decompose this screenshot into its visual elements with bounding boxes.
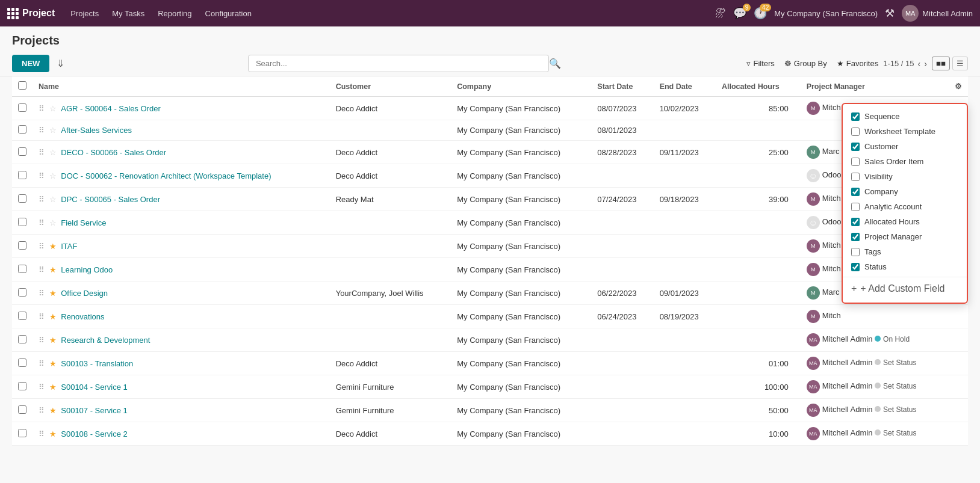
menu-reporting[interactable]: Reporting	[152, 7, 197, 20]
row-select-checkbox[interactable]	[18, 405, 26, 414]
chat-icon[interactable]: 💬 9	[733, 7, 746, 20]
project-name-link[interactable]: DECO - S00066 - Sales Order	[61, 148, 166, 157]
drag-handle[interactable]: ⠿	[39, 104, 45, 113]
project-name-link[interactable]: DOC - S00062 - Renovation Architect (Wor…	[61, 171, 271, 180]
project-name-link[interactable]: Learning Odoo	[61, 265, 113, 274]
project-name-link[interactable]: Research & Development	[61, 336, 150, 345]
activity-icon[interactable]: ⛈	[715, 7, 726, 20]
project-name-link[interactable]: S00103 - Translation	[61, 359, 133, 368]
row-select-checkbox[interactable]	[18, 358, 26, 367]
menu-configuration[interactable]: Configuration	[199, 7, 258, 20]
col-end-date[interactable]: End Date	[654, 76, 716, 97]
download-button[interactable]: ⇓	[54, 55, 67, 72]
list-view-button[interactable]: ☰	[952, 57, 968, 70]
favorite-star[interactable]: ★	[49, 429, 57, 438]
project-name-link[interactable]: S00107 - Service 1	[61, 406, 128, 415]
drag-handle[interactable]: ⠿	[39, 265, 45, 274]
drag-handle[interactable]: ⠿	[39, 429, 45, 438]
search-button[interactable]: 🔍	[549, 55, 561, 72]
row-select-checkbox[interactable]	[18, 429, 26, 437]
col-project-manager[interactable]: Project Manager	[801, 76, 949, 97]
favorite-star[interactable]: ★	[49, 289, 57, 298]
col-company[interactable]: Company	[451, 76, 591, 97]
drag-handle[interactable]: ⠿	[39, 289, 45, 298]
favorite-star[interactable]: ☆	[49, 148, 57, 157]
drag-handle[interactable]: ⠿	[39, 148, 45, 157]
favorite-star[interactable]: ☆	[49, 218, 57, 227]
favorite-star[interactable]: ★	[49, 406, 57, 415]
column-toggle-checkbox[interactable]	[851, 158, 860, 166]
project-name-link[interactable]: After-Sales Services	[61, 126, 132, 135]
drag-handle[interactable]: ⠿	[39, 406, 45, 415]
row-select-checkbox[interactable]	[18, 103, 26, 112]
next-page-button[interactable]: ›	[924, 59, 927, 69]
prev-page-button[interactable]: ‹	[918, 59, 921, 69]
row-select-checkbox[interactable]	[18, 194, 26, 203]
column-picker-item[interactable]: Visibility	[843, 169, 967, 184]
column-picker-item[interactable]: Sales Order Item	[843, 154, 967, 169]
row-select-checkbox[interactable]	[18, 147, 26, 156]
col-name[interactable]: Name	[33, 76, 330, 97]
project-name-link[interactable]: Renovations	[61, 312, 104, 321]
column-toggle-checkbox[interactable]	[851, 188, 860, 196]
column-toggle-checkbox[interactable]	[851, 218, 860, 226]
app-logo[interactable]: Project	[7, 8, 55, 19]
favorite-star[interactable]: ☆	[49, 195, 57, 204]
user-menu[interactable]: MA Mitchell Admin	[902, 5, 973, 22]
favorite-star[interactable]: ☆	[49, 171, 57, 180]
menu-my-tasks[interactable]: My Tasks	[106, 7, 150, 20]
column-toggle-checkbox[interactable]	[851, 203, 860, 211]
column-toggle-checkbox[interactable]	[851, 263, 860, 271]
column-picker-item[interactable]: Analytic Account	[843, 199, 967, 214]
col-customer[interactable]: Customer	[330, 76, 451, 97]
drag-handle[interactable]: ⠿	[39, 359, 45, 368]
row-select-checkbox[interactable]	[18, 218, 26, 226]
column-toggle-checkbox[interactable]	[851, 248, 860, 256]
row-select-checkbox[interactable]	[18, 265, 26, 273]
column-toggle-checkbox[interactable]	[851, 112, 860, 121]
column-picker-item[interactable]: Worksheet Template	[843, 124, 967, 139]
favorite-star[interactable]: ★	[49, 383, 57, 392]
new-button[interactable]: NEW	[12, 55, 49, 72]
row-select-checkbox[interactable]	[18, 312, 26, 320]
filters-button[interactable]: ▿ Filters	[746, 59, 774, 68]
row-select-checkbox[interactable]	[18, 335, 26, 343]
column-picker-item[interactable]: Allocated Hours	[843, 214, 967, 229]
drag-handle[interactable]: ⠿	[39, 195, 45, 204]
drag-handle[interactable]: ⠿	[39, 171, 45, 180]
row-select-checkbox[interactable]	[18, 288, 26, 297]
project-name-link[interactable]: DPC - S00065 - Sales Order	[61, 195, 160, 204]
column-picker-item[interactable]: Status	[843, 259, 967, 274]
col-start-date[interactable]: Start Date	[591, 76, 653, 97]
column-picker-item[interactable]: Company	[843, 184, 967, 199]
project-name-link[interactable]: S00108 - Service 2	[61, 429, 128, 438]
row-select-checkbox[interactable]	[18, 125, 26, 134]
column-toggle-checkbox[interactable]	[851, 233, 860, 241]
column-toggle-checkbox[interactable]	[851, 128, 860, 136]
project-name-link[interactable]: AGR - S00064 - Sales Order	[61, 104, 160, 113]
menu-projects[interactable]: Projects	[64, 7, 105, 20]
favorite-star[interactable]: ★	[49, 312, 57, 321]
search-input[interactable]	[248, 55, 549, 72]
col-settings[interactable]: ⚙	[949, 76, 968, 97]
favorite-star[interactable]: ★	[49, 242, 57, 251]
select-all-checkbox[interactable]	[18, 81, 26, 90]
drag-handle[interactable]: ⠿	[39, 312, 45, 321]
row-select-checkbox[interactable]	[18, 241, 26, 250]
favorite-star[interactable]: ★	[49, 336, 57, 345]
row-select-checkbox[interactable]	[18, 382, 26, 390]
col-allocated-hours[interactable]: Allocated Hours	[716, 76, 801, 97]
groupby-button[interactable]: ☸ Group By	[784, 59, 827, 68]
project-name-link[interactable]: S00104 - Service 1	[61, 383, 128, 392]
drag-handle[interactable]: ⠿	[39, 218, 45, 227]
column-picker-item[interactable]: Customer	[843, 139, 967, 154]
column-picker-item[interactable]: Tags	[843, 244, 967, 259]
favorite-star[interactable]: ☆	[49, 126, 57, 135]
drag-handle[interactable]: ⠿	[39, 126, 45, 135]
project-name-link[interactable]: Office Design	[61, 289, 108, 298]
project-name-link[interactable]: ITAF	[61, 242, 77, 251]
drag-handle[interactable]: ⠿	[39, 383, 45, 392]
add-custom-field-button[interactable]: + + Add Custom Field	[843, 280, 967, 298]
favorite-star[interactable]: ☆	[49, 104, 57, 113]
favorite-star[interactable]: ★	[49, 359, 57, 368]
